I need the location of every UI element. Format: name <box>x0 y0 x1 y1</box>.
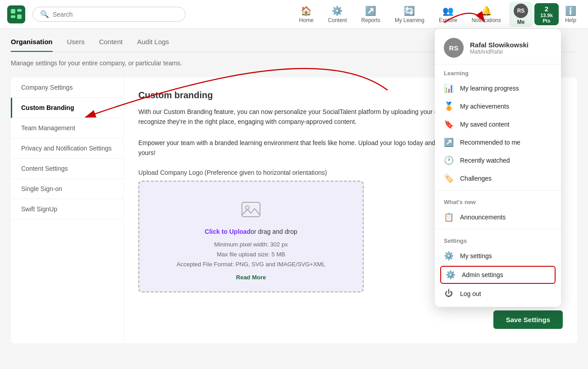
pts-value: 13.9k <box>540 13 553 18</box>
sidebar-item-content-settings[interactable]: Content Settings <box>11 159 123 179</box>
pts-label: Pts <box>542 18 550 23</box>
upload-or-text: or drag and drop <box>251 228 297 235</box>
notifications-icon: 🔔 <box>481 5 492 16</box>
nav-reports[interactable]: ↗️ Reports <box>355 3 387 26</box>
achievements-icon: 🏅 <box>444 101 454 111</box>
reports-icon: ↗️ <box>365 5 376 16</box>
search-icon: 🔍 <box>40 10 49 18</box>
points-badge[interactable]: 2 13.9k Pts <box>534 3 559 25</box>
sidebar-item-custom-branding[interactable]: Custom Branding <box>11 98 123 118</box>
admin-settings-icon: ⚙️ <box>446 270 456 280</box>
help-button[interactable]: ℹ️ Help <box>561 3 581 26</box>
dropdown-recently-watched[interactable]: 🕐 Recently watched <box>435 151 561 169</box>
my-achievements-label: My achievements <box>460 103 509 110</box>
upload-cta-row: Click to Uploador drag and drop <box>205 228 297 235</box>
svg-rect-0 <box>11 9 15 14</box>
top-navigation: 🔍 🏠 Home ⚙️ Content ↗️ Reports 🔄 My Lear… <box>0 0 588 29</box>
settings-section-title: Settings <box>435 232 561 247</box>
bookmark-icon: 🔖 <box>444 119 454 129</box>
clock-icon: 🕐 <box>444 155 454 165</box>
my-learning-icon: 🔄 <box>404 5 415 16</box>
tab-audit-logs[interactable]: Audit Logs <box>137 38 169 52</box>
dropdown-my-settings[interactable]: ⚙️ My settings <box>435 247 561 265</box>
dropdown-recommended[interactable]: ↗️ Recommended to me <box>435 133 561 151</box>
app-logo <box>7 5 25 23</box>
nav-my-learning[interactable]: 🔄 My Learning <box>388 3 431 26</box>
svg-rect-1 <box>17 9 22 12</box>
upload-max: Max file upload size: 5 MB <box>177 250 325 260</box>
sidebar-item-swift-signup[interactable]: Swift SignUp <box>11 199 123 219</box>
logout-icon: ⏻ <box>444 289 454 298</box>
announcements-icon: 📋 <box>444 212 454 222</box>
my-saved-content-label: My saved content <box>460 121 510 128</box>
tab-organisation[interactable]: Organisation <box>11 38 53 52</box>
upload-instructions: Minimum pixel width: 302 px Max file upl… <box>177 240 325 269</box>
tab-content[interactable]: Content <box>99 38 123 52</box>
my-settings-label: My settings <box>460 252 492 260</box>
nav-content-label: Content <box>328 17 347 23</box>
dropdown-my-saved-content[interactable]: 🔖 My saved content <box>435 115 561 133</box>
save-settings-button[interactable]: Save Settings <box>493 310 563 329</box>
nav-explore-label: Explore <box>439 17 457 23</box>
nav-notifications-label: Notifications <box>472 17 501 23</box>
recently-watched-label: Recently watched <box>460 157 510 164</box>
nav-my-learning-label: My Learning <box>395 17 424 23</box>
upload-read-more[interactable]: Read More <box>236 274 266 281</box>
my-learning-progress-label: My learning progress <box>460 85 519 92</box>
search-input[interactable] <box>53 11 178 18</box>
learning-section-title: Learning <box>435 64 561 79</box>
nav-home-label: Home <box>299 17 314 23</box>
dropdown-my-achievements[interactable]: 🏅 My achievements <box>435 97 561 115</box>
sidebar-item-team-management[interactable]: Team Management <box>11 118 123 138</box>
pts-count: 2 <box>545 5 548 13</box>
content-icon: ⚙️ <box>332 5 343 16</box>
whats-new-section-title: What's new <box>435 193 561 208</box>
log-out-label: Log out <box>460 290 481 297</box>
svg-rect-4 <box>242 202 260 217</box>
svg-rect-3 <box>17 14 22 19</box>
tab-users[interactable]: Users <box>67 38 85 52</box>
dropdown-header: RS Rafal Slowikowski MattAndRafal <box>435 38 561 64</box>
upload-image-icon <box>241 200 261 223</box>
nav-content[interactable]: ⚙️ Content <box>322 3 353 26</box>
challenges-icon: 🏷️ <box>444 173 454 183</box>
username: MattAndRafal <box>470 49 529 55</box>
my-settings-icon: ⚙️ <box>444 251 454 261</box>
home-icon: 🏠 <box>301 5 312 16</box>
logo-area[interactable] <box>7 5 25 23</box>
nav-items: 🏠 Home ⚙️ Content ↗️ Reports 🔄 My Learni… <box>293 2 581 27</box>
nav-explore[interactable]: 👥 Explore <box>433 3 464 26</box>
upload-click-link[interactable]: Click to Upload <box>205 228 251 235</box>
admin-settings-label: Admin settings <box>462 271 503 278</box>
dropdown-admin-settings[interactable]: ⚙️ Admin settings <box>440 266 556 284</box>
upload-formats: Accepted File Format: PNG, SVG and IMAGE… <box>177 260 325 269</box>
sidebar-item-single-sign-on[interactable]: Single Sign-on <box>11 179 123 199</box>
dropdown-user-info: Rafal Slowikowski MattAndRafal <box>470 41 529 55</box>
user-dropdown: RS Rafal Slowikowski MattAndRafal Learni… <box>435 29 561 307</box>
nav-notifications[interactable]: 🔔 Notifications <box>465 3 507 26</box>
dropdown-my-learning-progress[interactable]: 📊 My learning progress <box>435 79 561 97</box>
me-label: Me <box>517 19 525 25</box>
user-avatar-small: RS <box>514 4 528 18</box>
me-button[interactable]: RS Me <box>509 2 533 27</box>
nav-reports-label: Reports <box>361 17 380 23</box>
explore-icon: 👥 <box>442 5 454 16</box>
announcements-label: Announcements <box>460 214 506 221</box>
recommended-label: Recommended to me <box>460 139 520 146</box>
bar-chart-icon: 📊 <box>444 83 454 93</box>
avatar: RS <box>444 38 464 58</box>
dropdown-challenges[interactable]: 🏷️ Challenges <box>435 169 561 187</box>
upload-area[interactable]: Click to Uploador drag and drop Minimum … <box>138 181 364 292</box>
sidebar-item-privacy-notification[interactable]: Privacy and Notification Settings <box>11 138 123 159</box>
recommended-icon: ↗️ <box>444 137 454 147</box>
search-box[interactable]: 🔍 <box>32 7 186 22</box>
upload-min: Minimum pixel width: 302 px <box>177 240 325 250</box>
dropdown-log-out[interactable]: ⏻ Log out <box>435 285 561 302</box>
user-name: Rafal Slowikowski <box>470 41 529 49</box>
nav-home[interactable]: 🏠 Home <box>293 3 320 26</box>
dropdown-announcements[interactable]: 📋 Announcements <box>435 208 561 226</box>
help-icon: ℹ️ <box>565 5 576 16</box>
save-btn-row: Save Settings <box>138 310 563 329</box>
challenges-label: Challenges <box>460 175 492 182</box>
sidebar-item-company-settings[interactable]: Company Settings <box>11 77 123 98</box>
